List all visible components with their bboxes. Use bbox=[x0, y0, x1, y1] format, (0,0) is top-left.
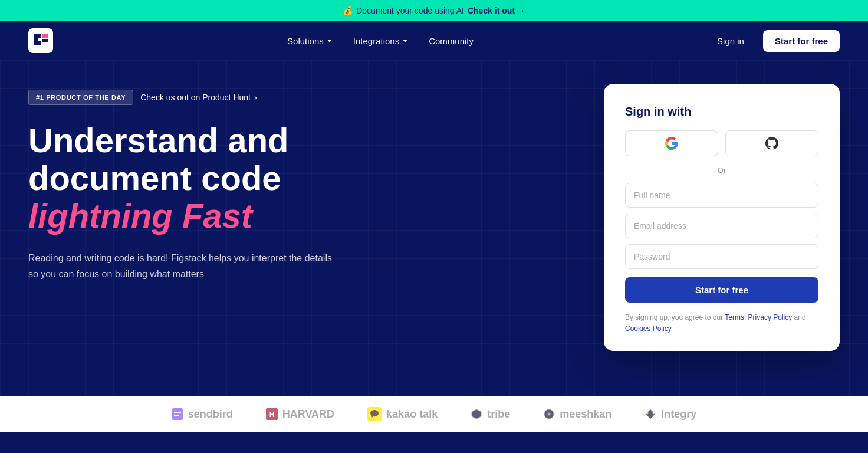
card-legal-text: By signing up, you agree to our Terms, P… bbox=[625, 312, 818, 334]
privacy-link[interactable]: Privacy Policy bbox=[748, 313, 793, 321]
nav-community[interactable]: Community bbox=[420, 31, 482, 51]
card-start-free-button[interactable]: Start for free bbox=[625, 277, 818, 303]
hero-heading-line3: lightning Fast bbox=[28, 197, 417, 235]
cookies-link[interactable]: Cookies Policy bbox=[625, 324, 671, 333]
hero-heading: Understand and document code lightning F… bbox=[28, 122, 417, 234]
product-hunt-text: Check us out on Product Hunt bbox=[140, 93, 251, 102]
nav-actions: Sign in Start for free bbox=[708, 30, 840, 52]
nav-integrations[interactable]: Integrations bbox=[345, 31, 416, 51]
announcement-link[interactable]: Check it out → bbox=[468, 6, 525, 15]
navbar: Solutions Integrations Community Sign in… bbox=[0, 21, 868, 60]
social-buttons bbox=[625, 130, 818, 156]
badge-row: #1 PRODUCT OF THE DAY Check us out on Pr… bbox=[28, 90, 417, 105]
arrow-right-icon: › bbox=[254, 93, 257, 102]
logo[interactable] bbox=[28, 28, 53, 53]
nav-links: Solutions Integrations Community bbox=[279, 31, 482, 51]
terms-link[interactable]: Terms bbox=[725, 313, 744, 321]
nav-solutions[interactable]: Solutions bbox=[279, 31, 340, 51]
announcement-bar: 💰 Document your code using AI Check it o… bbox=[0, 0, 868, 21]
announcement-text: Document your code using AI bbox=[356, 6, 464, 15]
logo-meeshkan: meeshkan bbox=[543, 408, 611, 421]
password-input[interactable] bbox=[625, 244, 818, 269]
svg-rect-0 bbox=[28, 28, 53, 53]
hero-content: #1 PRODUCT OF THE DAY Check us out on Pr… bbox=[28, 84, 417, 282]
logo-integry: Integry bbox=[645, 408, 696, 421]
svg-text:H: H bbox=[269, 411, 274, 419]
email-input[interactable] bbox=[625, 214, 818, 238]
logo-kakao: kakao talk bbox=[367, 407, 438, 421]
svg-rect-1 bbox=[172, 408, 183, 420]
card-title: Sign in with bbox=[625, 105, 818, 119]
signup-card: Sign in with Or St bbox=[604, 84, 840, 351]
integrations-chevron-icon bbox=[403, 40, 407, 42]
hero-heading-line1: Understand and bbox=[28, 122, 417, 159]
solutions-chevron-icon bbox=[327, 40, 332, 42]
start-free-nav-button[interactable]: Start for free bbox=[763, 30, 840, 52]
divider-or: Or bbox=[625, 166, 818, 175]
product-badge: #1 PRODUCT OF THE DAY bbox=[28, 90, 133, 105]
svg-marker-5 bbox=[472, 409, 481, 419]
logo-harvard: H HARVARD bbox=[266, 408, 334, 421]
github-signin-button[interactable] bbox=[725, 130, 818, 156]
logos-bar: sendbird H HARVARD kakao talk tribe mees… bbox=[0, 396, 868, 432]
announcement-emoji: 💰 bbox=[343, 6, 353, 15]
signin-link[interactable]: Sign in bbox=[708, 31, 754, 51]
hero-section: #1 PRODUCT OF THE DAY Check us out on Pr… bbox=[0, 60, 868, 396]
google-signin-button[interactable] bbox=[625, 130, 718, 156]
logo-sendbird: sendbird bbox=[172, 408, 233, 421]
fullname-input[interactable] bbox=[625, 183, 818, 208]
hero-heading-line2: document code bbox=[28, 159, 417, 197]
hero-subtext: Reading and writing code is hard! Figsta… bbox=[28, 251, 335, 282]
product-hunt-link[interactable]: Check us out on Product Hunt › bbox=[140, 93, 257, 102]
logo-tribe: tribe bbox=[471, 408, 510, 421]
